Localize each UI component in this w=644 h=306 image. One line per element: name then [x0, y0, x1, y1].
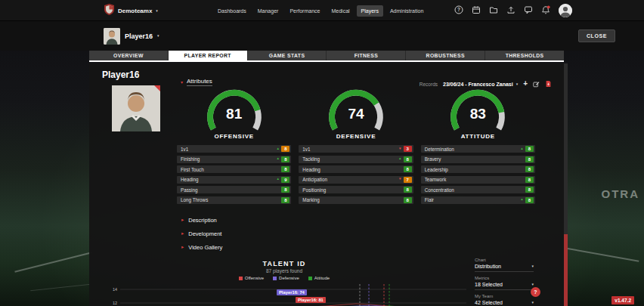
attribute-row[interactable]: Teamwork 8	[421, 176, 535, 184]
tab-overview[interactable]: OVERVIEW	[89, 51, 169, 60]
nav-item-performance[interactable]: Performance	[285, 5, 324, 17]
attribute-row[interactable]: 1v1 8	[177, 145, 291, 153]
nav-item-administration[interactable]: Administration	[385, 5, 428, 17]
section-toggle-development[interactable]: ▸ Development	[181, 230, 222, 237]
attribute-label: Long Throws	[181, 197, 274, 202]
section-label: Development	[188, 230, 221, 237]
control-value: 42 Selected	[475, 300, 503, 305]
section-toggle-description[interactable]: ▸ Description	[181, 217, 222, 224]
close-button[interactable]: CLOSE	[578, 29, 615, 42]
tab-fitness[interactable]: FITNESS	[327, 51, 406, 60]
attribute-label: Anticipation	[302, 177, 396, 182]
chevron-down-icon: ▾	[157, 34, 159, 38]
attribute-row[interactable]: Bravery 8	[421, 156, 535, 163]
attribute-row[interactable]: Long Throws 8	[177, 196, 291, 204]
team-name: Demoteamx	[118, 8, 152, 14]
attribute-row[interactable]: Leadership 8	[421, 165, 535, 173]
group-name: ATTITUDE	[421, 133, 535, 141]
trend-icon	[274, 178, 281, 181]
attribute-row[interactable]: Marking 8	[299, 196, 413, 204]
folder-icon[interactable]	[489, 4, 498, 17]
defensive-gauge: 74	[317, 86, 395, 133]
control-metrics[interactable]: Metrics 18 Selected ▾	[475, 276, 534, 290]
control-chart-type[interactable]: Chart Distribution ▾	[475, 258, 534, 272]
chevron-down-icon: ▾	[531, 283, 534, 286]
control-my-team[interactable]: My Team 42 Selected ▾	[475, 294, 534, 306]
tab-thresholds[interactable]: THRESHOLDS	[485, 51, 564, 60]
upload-icon[interactable]	[506, 4, 516, 17]
section-label: Description	[188, 217, 217, 224]
topbar: Demoteamx ▾ Dashboards Manager Performan…	[0, 0, 644, 21]
main-nav: Dashboards Manager Performance Medical P…	[213, 0, 428, 21]
legend-swatch	[273, 277, 277, 280]
tab-robustness[interactable]: ROBUSTNESS	[406, 51, 485, 60]
attribute-label: Heading	[302, 167, 396, 172]
chat-icon[interactable]	[524, 4, 533, 17]
legend-item-defensive[interactable]: Defensive	[273, 276, 299, 280]
attribute-group-attitude: 83 ATTITUDE Determination 8 Bravery 8	[421, 86, 535, 206]
legend-swatch	[239, 277, 243, 280]
legend-item-attitude[interactable]: Attitude	[308, 276, 330, 280]
page-title: Player16	[102, 70, 139, 80]
talent-subtitle: 87 players found	[98, 268, 470, 274]
section-toggle-video-gallery[interactable]: ▸ Video Gallery	[181, 244, 222, 251]
attribute-row[interactable]: Positioning 8	[299, 186, 413, 193]
attribute-label: First Touch	[181, 167, 274, 172]
bell-icon[interactable]	[541, 4, 550, 17]
attribute-label: Bravery	[425, 156, 519, 162]
attributes-section-header[interactable]: ▾ Attributes	[181, 78, 212, 86]
attribute-value-badge: 8	[281, 156, 289, 162]
gauge-value: 81	[195, 106, 274, 122]
attribute-list: Determination 8 Bravery 8 Leadership 8	[421, 145, 535, 204]
legend-item-offensive[interactable]: Offensive	[239, 276, 264, 280]
attribute-row[interactable]: 1v1 3	[299, 145, 413, 153]
scrollbar-thumb[interactable]	[564, 234, 568, 306]
attribute-row[interactable]: Finishing 8	[177, 156, 291, 163]
attribute-label: Positioning	[302, 187, 396, 193]
gauge-value: 83	[438, 106, 517, 122]
collapsible-sections: ▸ Description ▸ Development ▸ Video Gall…	[181, 217, 222, 258]
attribute-row[interactable]: Passing 8	[177, 186, 291, 193]
attribute-row[interactable]: Heading 8	[299, 165, 413, 173]
chevron-down-icon: ▾	[531, 301, 534, 304]
section-label: Video Gallery	[188, 244, 222, 251]
calendar-icon[interactable]	[472, 4, 481, 17]
user-avatar[interactable]	[559, 4, 572, 17]
y-axis-tick: 12	[113, 301, 117, 305]
attribute-row[interactable]: First Touch 8	[177, 165, 291, 173]
player-thumbnail	[104, 28, 120, 45]
attribute-row[interactable]: Heading 9	[177, 176, 291, 184]
nav-item-players[interactable]: Players	[357, 5, 383, 17]
attribute-row[interactable]: Determination 8	[421, 145, 535, 153]
attribute-row[interactable]: Tackling 8	[299, 156, 413, 163]
attribute-row[interactable]: Flair 8	[421, 196, 535, 204]
attribute-value-badge: 7	[404, 177, 412, 183]
legend-swatch	[308, 277, 312, 280]
team-selector[interactable]: Demoteamx ▾	[104, 0, 158, 21]
nav-item-dashboards[interactable]: Dashboards	[213, 5, 251, 17]
nav-item-manager[interactable]: Manager	[253, 5, 283, 17]
player-selector[interactable]: Player16 ▾	[104, 28, 159, 45]
help-icon[interactable]: ?	[454, 4, 463, 17]
export-record-button[interactable]	[545, 77, 552, 91]
attribute-list: 1v1 3 Tackling 8 Heading 8	[299, 145, 413, 204]
offensive-gauge: 81	[195, 86, 274, 133]
svg-text:?: ?	[457, 7, 460, 12]
tab-player-report[interactable]: PLAYER REPORT	[169, 51, 248, 60]
nav-item-medical[interactable]: Medical	[327, 5, 354, 17]
talent-chart[interactable]: 14 12 Player16: 74 Player16: 81	[98, 283, 470, 306]
chevron-down-icon: ▾	[516, 82, 519, 86]
chart-tooltip: Player16: 81	[296, 297, 326, 303]
field-line	[30, 284, 91, 291]
help-button[interactable]: ?	[531, 287, 540, 297]
tab-game-stats[interactable]: GAME STATS	[248, 51, 327, 60]
attribute-value-badge: 8	[525, 166, 534, 172]
chevron-down-icon: ▾	[156, 9, 158, 13]
attribute-row[interactable]: Concentration 8	[421, 186, 535, 193]
chart-legend: Offensive Defensive Attitude	[98, 276, 470, 280]
legend-label: Offensive	[245, 276, 264, 280]
attribute-value-badge: 8	[525, 156, 534, 162]
attribute-label: Teamwork	[425, 177, 519, 182]
content-scrollbar[interactable]	[564, 63, 568, 306]
attribute-row[interactable]: Anticipation 7	[299, 176, 413, 184]
